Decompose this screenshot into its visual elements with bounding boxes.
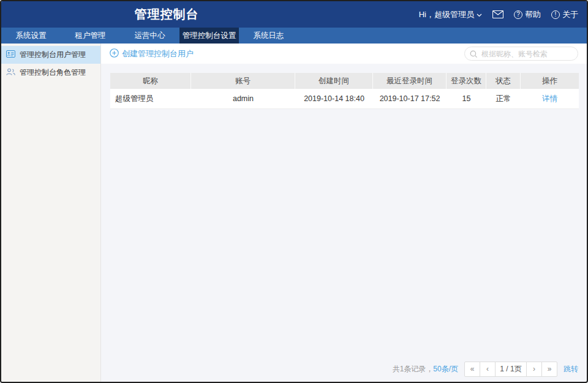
next-page-button[interactable]: › (526, 362, 542, 377)
tab-operation-center[interactable]: 运营中心 (120, 28, 179, 44)
column-header-login-count: 登录次数 (447, 73, 486, 89)
main-panel: 创建管理控制台用户 昵称 账号 创建时间 最近登录时间 登录次数 (101, 44, 587, 382)
id-card-icon (6, 50, 15, 59)
cell-account: admin (191, 89, 295, 108)
console-users-table: 昵称 账号 创建时间 最近登录时间 登录次数 状态 操作 超级管理员 admin… (110, 73, 579, 109)
cell-status: 正常 (486, 89, 521, 108)
user-greeting: Hi，超级管理员 (419, 9, 474, 20)
sidebar-item-console-user-management[interactable]: 管理控制台用户管理 (1, 46, 100, 64)
current-page-indicator: 1 / 1页 (495, 362, 527, 377)
sidebar-item-console-role-management[interactable]: 管理控制台角色管理 (1, 64, 100, 82)
search-icon (470, 50, 478, 61)
sidebar-item-label: 管理控制台角色管理 (20, 67, 86, 78)
first-page-button[interactable]: « (464, 362, 480, 377)
prev-page-button[interactable]: ‹ (480, 362, 496, 377)
table-area: 昵称 账号 创建时间 最近登录时间 登录次数 状态 操作 超级管理员 admin… (101, 64, 587, 356)
table-header-row: 昵称 账号 创建时间 最近登录时间 登录次数 状态 操作 (110, 73, 579, 89)
cell-last-login: 2019-10-17 17:52 (373, 89, 447, 108)
cell-created: 2019-10-14 18:40 (295, 89, 373, 108)
column-header-status: 状态 (486, 73, 521, 89)
user-menu[interactable]: Hi，超级管理员 (419, 9, 482, 20)
body-row: 管理控制台用户管理 管理控制台角色管理 创建管理控制台用户 (1, 44, 587, 382)
plus-circle-icon (110, 48, 119, 59)
tab-system-logs[interactable]: 系统日志 (239, 28, 298, 44)
header-right-cluster: Hi，超级管理员 ? 帮助 ! 关于 (419, 9, 587, 20)
total-records-label: 共1条记录， (393, 364, 434, 374)
tab-console-settings[interactable]: 管理控制台设置 (179, 28, 239, 44)
column-header-last-login: 最近登录时间 (373, 73, 447, 89)
record-count-text: 共1条记录， 50条/页 (393, 364, 458, 374)
page-size-select[interactable]: 50条/页 (433, 364, 458, 374)
admin-console-window: 管理控制台 Hi，超级管理员 ? 帮助 ! 关于 系统设置 租户管理 (0, 0, 588, 383)
search-input[interactable] (464, 47, 578, 61)
toolbar: 创建管理控制台用户 (101, 44, 587, 64)
users-icon (6, 68, 15, 78)
main-nav-tabbar: 系统设置 租户管理 运营中心 管理控制台设置 系统日志 (1, 28, 587, 44)
create-console-user-button[interactable]: 创建管理控制台用户 (110, 48, 194, 59)
cell-nickname: 超级管理员 (110, 89, 191, 108)
column-header-account: 账号 (191, 73, 295, 89)
about-button[interactable]: ! 关于 (551, 9, 578, 20)
about-label: 关于 (562, 9, 578, 20)
sidebar: 管理控制台用户管理 管理控制台角色管理 (1, 44, 101, 382)
pager-button-group: « ‹ 1 / 1页 › » (464, 362, 557, 377)
tab-tenant-management[interactable]: 租户管理 (61, 28, 120, 44)
help-label: 帮助 (525, 9, 541, 20)
column-header-created: 创建时间 (295, 73, 373, 89)
table-row: 超级管理员 admin 2019-10-14 18:40 2019-10-17 … (110, 89, 579, 109)
details-link[interactable]: 详情 (542, 94, 557, 104)
page-title: 管理控制台 (135, 6, 199, 23)
mail-icon[interactable] (492, 10, 503, 18)
question-circle-icon: ? (514, 10, 522, 19)
info-circle-icon: ! (551, 10, 560, 19)
column-header-actions: 操作 (521, 73, 579, 89)
cell-login-count: 15 (447, 89, 486, 108)
jump-to-page-button[interactable]: 跳转 (564, 364, 578, 374)
last-page-button[interactable]: » (541, 362, 557, 377)
search-box (464, 47, 578, 61)
sidebar-item-label: 管理控制台用户管理 (20, 50, 86, 60)
chevron-down-icon (477, 10, 482, 19)
column-header-nickname: 昵称 (110, 73, 191, 89)
tab-system-settings[interactable]: 系统设置 (1, 28, 61, 44)
create-button-label: 创建管理控制台用户 (122, 48, 194, 59)
pagination-bar: 共1条记录， 50条/页 « ‹ 1 / 1页 › » 跳转 (101, 356, 587, 382)
top-header-bar: 管理控制台 Hi，超级管理员 ? 帮助 ! 关于 (1, 1, 587, 28)
help-button[interactable]: ? 帮助 (514, 9, 541, 20)
